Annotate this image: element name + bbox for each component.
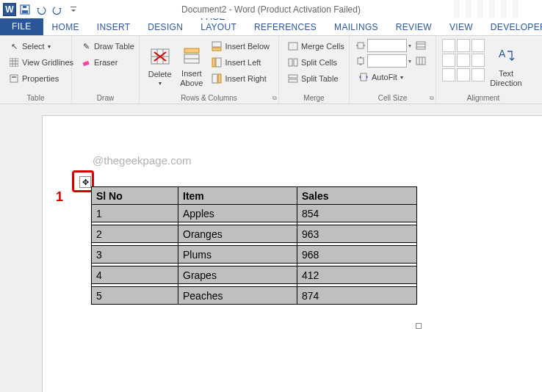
tab-file[interactable]: FILE	[0, 18, 43, 35]
draw-table-button[interactable]: ✎Draw Table	[78, 39, 137, 54]
table-cell[interactable]: 4	[92, 266, 178, 284]
page[interactable]: @thegeekpage.com 1 ✥ Sl No Item Sales 1A…	[43, 116, 542, 392]
table-row[interactable]: 4Grapes412	[92, 266, 417, 284]
header-slno[interactable]: Sl No	[92, 187, 178, 205]
table-cell[interactable]: Plums	[178, 246, 297, 264]
autofit-button[interactable]: AutoFit▾	[355, 70, 426, 84]
chevron-down-icon: ▾	[400, 74, 403, 81]
table-cell[interactable]: 3	[92, 246, 178, 264]
tab-developer[interactable]: DEVELOPER	[482, 19, 542, 35]
merge-cells-button[interactable]: Merge Cells	[285, 39, 347, 54]
align-bottom-right[interactable]	[471, 68, 485, 81]
table-cell[interactable]: 1	[92, 205, 178, 222]
insert-right-button[interactable]: Insert Right	[209, 71, 272, 86]
table-row[interactable]: 1Apples854	[92, 205, 417, 222]
rows-cols-launcher[interactable]: ⧉	[272, 95, 277, 102]
tab-home[interactable]: HOME	[43, 19, 88, 35]
table-move-handle[interactable]: ✥	[79, 176, 91, 188]
align-top-center[interactable]	[457, 39, 470, 52]
eraser-button[interactable]: Eraser	[78, 55, 137, 70]
svg-rect-25	[212, 74, 217, 83]
split-cells-label: Split Cells	[301, 58, 337, 67]
tab-mailings[interactable]: MAILINGS	[325, 19, 387, 35]
cell-size-launcher[interactable]: ⧉	[430, 95, 434, 102]
tab-review[interactable]: REVIEW	[387, 19, 441, 35]
table-cell[interactable]: 874	[297, 287, 417, 305]
split-cells-button[interactable]: Split Cells	[285, 55, 347, 70]
insert-right-icon	[212, 73, 222, 84]
redo-button[interactable]	[50, 2, 65, 17]
distribute-rows-icon[interactable]	[416, 40, 426, 51]
view-gridlines-button[interactable]: View Gridlines	[6, 55, 76, 70]
table-cell[interactable]: Peaches	[178, 287, 297, 305]
table-row[interactable]: 3Plums968	[92, 246, 417, 264]
split-table-label: Split Table	[301, 74, 339, 83]
undo-button[interactable]	[34, 2, 48, 17]
table-cell[interactable]: 968	[297, 246, 417, 264]
table-cell[interactable]: Grapes	[178, 266, 297, 284]
text-direction-button[interactable]: A Text Direction	[488, 39, 524, 92]
eraser-icon	[81, 57, 91, 68]
split-cells-icon	[288, 57, 298, 68]
align-bottom-center[interactable]	[457, 68, 470, 81]
svg-rect-20	[184, 48, 199, 53]
document-area: @thegeekpage.com 1 ✥ Sl No Item Sales 1A…	[0, 104, 542, 392]
insert-left-button[interactable]: Insert Left	[209, 55, 272, 70]
align-top-right[interactable]	[471, 39, 485, 52]
ribbon: ↖Select▾ View Gridlines Properties Table…	[0, 36, 542, 104]
group-draw: ✎Draw Table Eraser Draw	[72, 36, 140, 104]
save-button[interactable]	[18, 2, 32, 17]
distribute-cols-icon[interactable]	[416, 56, 426, 66]
align-top-left[interactable]	[442, 39, 455, 52]
header-item[interactable]: Item	[178, 187, 297, 205]
qat-customize-button[interactable]	[66, 2, 81, 17]
data-table[interactable]: Sl No Item Sales 1Apples8542Oranges9633P…	[91, 186, 417, 305]
table-cell[interactable]: Oranges	[178, 225, 297, 243]
svg-rect-3	[71, 7, 76, 7]
table-row[interactable]: 2Oranges963	[92, 225, 417, 243]
align-middle-center[interactable]	[457, 54, 470, 67]
table-resize-handle[interactable]	[416, 323, 422, 329]
chevron-down-icon[interactable]: ▾	[408, 43, 411, 49]
group-table-label: Table	[6, 92, 65, 102]
chevron-down-icon[interactable]: ▾	[408, 58, 411, 65]
svg-rect-42	[416, 57, 425, 65]
chevron-down-icon: ▾	[48, 43, 51, 50]
insert-left-icon	[212, 57, 222, 68]
split-table-button[interactable]: Split Table	[285, 71, 347, 86]
align-middle-left[interactable]	[442, 54, 455, 67]
tab-references[interactable]: REFERENCES	[245, 19, 325, 35]
properties-label: Properties	[22, 74, 59, 83]
insert-above-icon	[180, 44, 203, 68]
tab-view[interactable]: VIEW	[441, 19, 482, 35]
align-bottom-left[interactable]	[442, 68, 455, 81]
col-width-input[interactable]	[367, 54, 407, 68]
align-middle-right[interactable]	[471, 54, 485, 67]
tab-design[interactable]: DESIGN	[139, 19, 192, 35]
window-title: Document2 - Word (Product Activation Fai…	[0, 4, 542, 15]
tab-insert[interactable]: INSERT	[88, 19, 140, 35]
select-button[interactable]: ↖Select▾	[6, 39, 76, 54]
table-cell[interactable]: 854	[297, 205, 417, 222]
group-table: ↖Select▾ View Gridlines Properties Table	[0, 36, 72, 104]
table-cell[interactable]: 963	[297, 225, 417, 243]
svg-rect-29	[289, 59, 292, 66]
table-row[interactable]: 5Peaches874	[92, 287, 417, 305]
table-cell[interactable]: 2	[92, 225, 178, 243]
insert-below-icon	[212, 41, 222, 51]
header-sales[interactable]: Sales	[297, 187, 417, 205]
delete-label: Delete	[148, 70, 172, 79]
table-cell[interactable]: 412	[297, 266, 417, 284]
watermark-text: @thegeekpage.com	[93, 154, 191, 167]
table-cell[interactable]: 5	[92, 287, 178, 305]
table-cell[interactable]: Apples	[178, 205, 297, 222]
properties-button[interactable]: Properties	[6, 71, 76, 86]
pencil-icon: ✎	[81, 41, 91, 51]
delete-button[interactable]: Delete ▾	[145, 39, 174, 92]
grid-icon	[9, 57, 19, 68]
insert-above-button[interactable]: Insert Above	[177, 39, 206, 92]
row-height-input[interactable]	[367, 39, 407, 52]
svg-rect-11	[83, 61, 90, 66]
insert-below-button[interactable]: Insert Below	[209, 39, 272, 54]
properties-icon	[9, 73, 19, 84]
